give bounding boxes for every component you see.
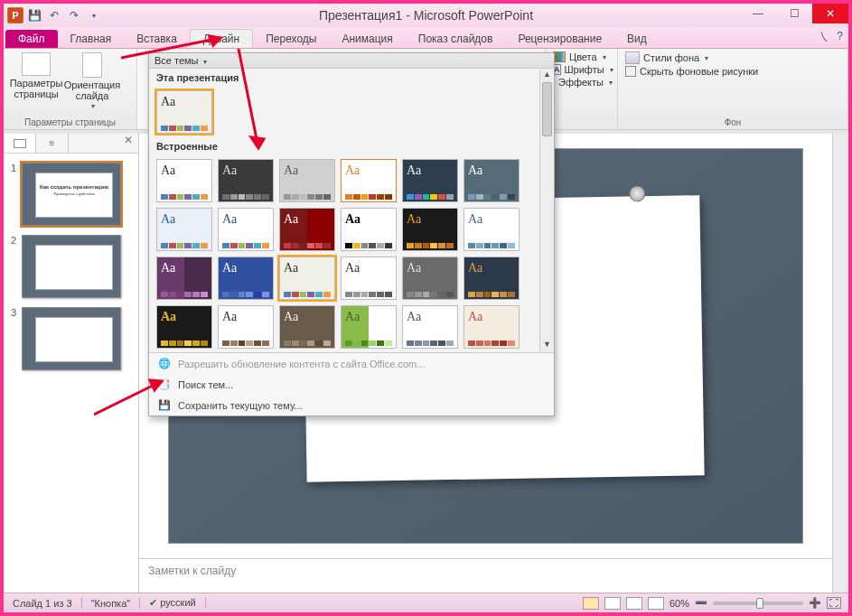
theme-thumbnail[interactable]: Aa [279, 305, 335, 349]
theme-thumbnail[interactable]: Aa [156, 208, 212, 251]
colors-icon [553, 51, 566, 62]
theme-thumbnail[interactable]: Aa [341, 159, 397, 202]
normal-view-button[interactable] [583, 597, 599, 610]
themes-gallery: Все темы ▾ Эта презентация Aa Встроенные… [148, 52, 555, 416]
theme-thumbnail[interactable]: Aa [402, 257, 458, 300]
maximize-button[interactable]: ☐ [776, 4, 812, 23]
redo-icon[interactable]: ↷ [65, 6, 83, 24]
colors-label: Цвета [569, 51, 597, 62]
slide-thumbnail[interactable]: 3 [11, 307, 131, 370]
theme-thumbnail[interactable]: Aa [463, 208, 520, 251]
window-title: Презентация1 - Microsoft PowerPoint [4, 8, 848, 23]
slide-thumbnail[interactable]: 2 [11, 235, 131, 298]
save-theme-button[interactable]: 💾Сохранить текущую тему... [149, 395, 554, 415]
zoom-slider[interactable] [713, 602, 803, 605]
theme-thumbnail[interactable]: Aa [402, 208, 458, 251]
checkbox-icon [625, 66, 636, 77]
tab-рецензирование[interactable]: Рецензирование [505, 30, 614, 48]
globe-icon: 🌐 [158, 358, 171, 369]
tab-показ слайдов[interactable]: Показ слайдов [406, 30, 506, 48]
theme-thumbnail[interactable]: Aa [156, 305, 212, 349]
scroll-thumb[interactable] [542, 82, 552, 136]
theme-thumbnail[interactable]: Aa [156, 90, 212, 134]
office-update-link: 🌐Разрешить обновление контента с сайта O… [149, 353, 554, 374]
theme-thumbnail[interactable]: Aa [402, 305, 458, 349]
close-button[interactable]: ✕ [812, 4, 848, 23]
save-icon[interactable]: 💾 [25, 6, 43, 24]
status-bar: Слайд 1 из 3 "Кнопка" ✔ русский 60% ➖ ➕ … [4, 593, 848, 612]
search-folder-icon: 📑 [158, 378, 171, 390]
hide-background-checkbox[interactable]: Скрыть фоновые рисунки [623, 65, 842, 78]
background-styles-button[interactable]: Стили фона▾ [623, 51, 842, 65]
undo-icon[interactable]: ↶ [45, 6, 63, 24]
theme-thumbnail[interactable]: Aa [341, 305, 397, 349]
slide-number: 2 [11, 235, 16, 298]
background-styles-label: Стили фона [643, 52, 699, 63]
minimize-ribbon-icon[interactable]: ㇏ [819, 30, 829, 45]
file-tab[interactable]: Файл [5, 30, 58, 48]
background-styles-icon [625, 51, 640, 64]
theme-thumbnail[interactable]: Aa [218, 305, 274, 349]
theme-thumbnail[interactable]: Aa [218, 208, 274, 251]
tab-переходы[interactable]: Переходы [253, 30, 329, 48]
slides-panel: ≡ ✕ 1Как создать презентациюРуководство … [4, 134, 139, 593]
fonts-button[interactable]: AШрифты▾ [551, 63, 612, 76]
tab-анимация[interactable]: Анимация [329, 30, 405, 48]
zoom-thumb[interactable] [756, 598, 763, 609]
window-controls: — ☐ ✕ [740, 4, 848, 23]
tab-дизайн[interactable]: Дизайн [190, 29, 253, 48]
slide-thumbnail[interactable]: 1Как создать презентациюРуководство к де… [11, 163, 131, 226]
theme-thumbnail[interactable]: Aa [463, 257, 520, 300]
notes-pane[interactable]: Заметки к слайду [139, 558, 832, 593]
slides-tab[interactable] [4, 134, 36, 153]
theme-thumbnail[interactable]: Aa [463, 305, 520, 349]
page-parameters-button[interactable]: Параметры страницы [9, 51, 63, 112]
theme-thumbnail[interactable]: Aa [341, 208, 397, 251]
theme-thumbnail[interactable]: Aa [279, 159, 335, 202]
theme-thumbnail[interactable]: Aa [279, 208, 335, 251]
sorter-view-button[interactable] [604, 597, 621, 610]
ribbon-tabs: Файл ГлавнаяВставкаДизайнПереходыАнимаци… [4, 27, 848, 49]
theme-thumbnail[interactable]: Aa [156, 159, 212, 202]
title-bar: P 💾 ↶ ↷ ▾ Презентация1 - Microsoft Power… [4, 4, 848, 27]
slideshow-view-button[interactable] [648, 597, 664, 610]
zoom-out-button[interactable]: ➖ [695, 597, 707, 609]
page-setup-group-label: Параметры страницы [9, 116, 131, 127]
theme-name[interactable]: "Кнопка" [82, 598, 141, 609]
minimize-button[interactable]: — [740, 4, 776, 23]
outline-tab[interactable]: ≡ [36, 134, 69, 153]
slide-number: 1 [11, 163, 16, 226]
theme-thumbnail[interactable]: Aa [218, 257, 274, 300]
qat-customize-icon[interactable]: ▾ [85, 6, 103, 24]
app-icon[interactable]: P [7, 7, 23, 23]
gallery-header[interactable]: Все темы ▾ [149, 53, 554, 69]
fit-window-button[interactable]: ⛶ [827, 597, 841, 609]
slide-counter[interactable]: Слайд 1 из 3 [4, 598, 82, 609]
theme-thumbnail[interactable]: Aa [402, 159, 458, 202]
search-themes-button[interactable]: 📑Поиск тем... [149, 374, 554, 395]
theme-thumbnail[interactable]: Aa [156, 257, 212, 300]
help-icon[interactable]: ? [837, 30, 843, 45]
zoom-in-button[interactable]: ➕ [809, 597, 821, 609]
theme-thumbnail[interactable]: Aa [341, 257, 397, 300]
language-indicator[interactable]: ✔ русский [140, 597, 206, 609]
vertical-scrollbar[interactable] [832, 134, 848, 593]
theme-thumbnail[interactable]: Aa [279, 257, 335, 300]
effects-button[interactable]: Эффекты▾ [551, 76, 612, 89]
effects-label: Эффекты [558, 77, 604, 88]
tab-главная[interactable]: Главная [58, 30, 125, 48]
pushpin-icon [629, 185, 645, 201]
scroll-up-icon[interactable]: ▲ [540, 70, 554, 82]
scroll-down-icon[interactable]: ▼ [540, 340, 554, 352]
reading-view-button[interactable] [626, 597, 642, 610]
zoom-level[interactable]: 60% [669, 598, 689, 609]
panel-close-button[interactable]: ✕ [118, 134, 138, 153]
colors-button[interactable]: Цвета▾ [551, 51, 612, 63]
tab-вид[interactable]: Вид [614, 30, 660, 48]
slide-orientation-button[interactable]: Ориентация слайда ▾ [65, 51, 119, 112]
theme-thumbnail[interactable]: Aa [463, 159, 520, 202]
gallery-scrollbar[interactable]: ▲ ▼ [539, 70, 554, 352]
this-presentation-label: Эта презентация [149, 69, 554, 87]
tab-вставка[interactable]: Вставка [124, 30, 190, 48]
theme-thumbnail[interactable]: Aa [218, 159, 274, 202]
